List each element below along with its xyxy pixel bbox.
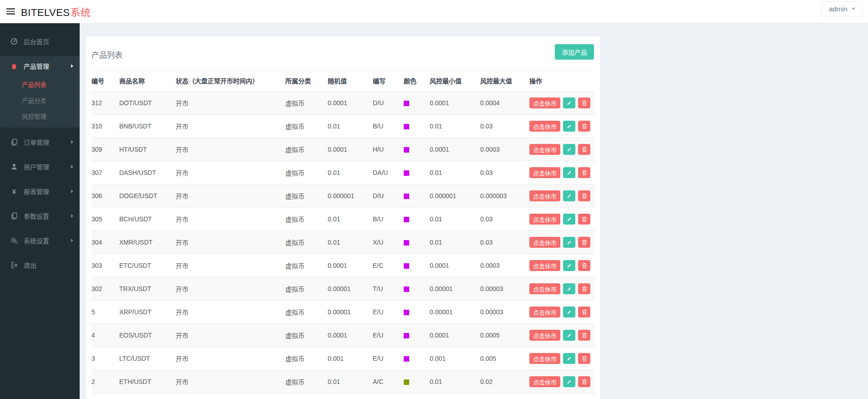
color-swatch: [404, 217, 409, 222]
close-market-button[interactable]: 点击休市: [529, 376, 560, 387]
close-market-button[interactable]: 点击休市: [529, 97, 560, 108]
sidebar-item-report-management[interactable]: ¥ 报表管理: [0, 181, 80, 201]
chevron-right-icon: [71, 140, 73, 144]
cell-product-name: ETC/USDT: [119, 254, 176, 277]
edit-button[interactable]: [563, 330, 575, 341]
cell-random-value: 0.0001: [328, 138, 373, 161]
sidebar-item-label: 退出: [24, 261, 73, 270]
edit-button[interactable]: [563, 283, 575, 294]
sidebar-item-system-settings[interactable]: 系统设置: [0, 230, 80, 251]
gears-icon: [9, 237, 19, 244]
cell-category: 虚拟币: [285, 231, 328, 254]
cell-risk-min: 0.0001: [430, 92, 480, 115]
col-header-status: 状态（大盘正常开市时间内）: [176, 70, 285, 92]
col-header-actions: 操作: [529, 70, 595, 92]
close-market-button[interactable]: 点击休市: [529, 214, 560, 225]
close-market-button[interactable]: 点击休市: [529, 260, 560, 271]
table-row: 305 BCH/USDT 开市 虚拟币 0.01 B/U 0.01 0.03 点…: [91, 208, 595, 231]
delete-button[interactable]: [578, 144, 590, 155]
sidebar-item-logout[interactable]: 退出: [0, 255, 80, 275]
close-market-button[interactable]: 点击休市: [529, 353, 560, 364]
cell-risk-max: 0.03: [480, 231, 529, 254]
close-market-button[interactable]: 点击休市: [529, 237, 560, 248]
cell-actions: 点击休市: [529, 231, 595, 254]
cell-category: 虚拟币: [285, 324, 328, 347]
color-swatch: [404, 194, 409, 199]
sidebar-item-user-management[interactable]: 用户管理: [0, 157, 80, 177]
edit-button[interactable]: [563, 376, 575, 387]
delete-button[interactable]: [578, 97, 590, 108]
cell-status: 开市: [176, 324, 285, 347]
chevron-down-icon: [852, 8, 855, 10]
cell-code: E/U: [373, 347, 404, 370]
sidebar-subitem-label: 产品分类: [22, 96, 46, 105]
cell-random-value: 0.000001: [328, 184, 373, 208]
delete-button[interactable]: [578, 330, 590, 341]
cell-risk-max: 0.00003: [480, 277, 529, 301]
edit-button[interactable]: [563, 214, 575, 225]
cell-product-name: XMR/USDT: [119, 231, 176, 254]
cell-color: [404, 394, 430, 399]
cell-category: 虚拟币: [285, 92, 328, 115]
sidebar-subitem-product-category[interactable]: 产品分类: [0, 92, 80, 108]
cell-risk-min: 0.0001: [430, 138, 480, 161]
close-market-button[interactable]: 点击休市: [529, 330, 560, 341]
user-menu-dropdown[interactable]: admin: [822, 1, 863, 16]
cell-color: [404, 208, 430, 231]
sidebar-toggle-button[interactable]: [0, 0, 21, 23]
sidebar-item-label: 参数设置: [24, 211, 71, 220]
edit-button[interactable]: [563, 97, 575, 108]
close-market-button[interactable]: 点击休市: [529, 121, 560, 132]
delete-button[interactable]: [578, 121, 590, 132]
edit-button[interactable]: [563, 167, 575, 178]
sidebar-item-product-management[interactable]: ฿ 产品管理: [0, 56, 80, 76]
chevron-right-icon: [71, 189, 73, 193]
cell-color: [404, 301, 430, 324]
sidebar-subitem-risk-management[interactable]: 风控管理: [0, 108, 80, 124]
delete-button[interactable]: [578, 307, 590, 317]
close-market-button[interactable]: 点击休市: [529, 307, 560, 317]
close-market-button[interactable]: 点击休市: [529, 190, 560, 201]
close-market-button[interactable]: 点击休市: [529, 144, 560, 155]
cell-risk-min: 0.0001: [430, 254, 480, 277]
cell-status: 开市: [176, 301, 285, 324]
edit-button[interactable]: [563, 307, 575, 317]
close-market-button[interactable]: 点击休市: [529, 283, 560, 294]
cell-code: E/U: [373, 301, 404, 324]
edit-button[interactable]: [563, 260, 575, 271]
edit-button[interactable]: [563, 353, 575, 364]
table-row: 302 TRX/USDT 开市 虚拟币 0.00001 T/U 0.00001 …: [91, 277, 595, 301]
edit-button[interactable]: [563, 121, 575, 132]
cell-random-value: 0.001: [328, 347, 373, 370]
delete-button[interactable]: [578, 260, 590, 271]
sidebar-subitem-product-list[interactable]: 产品列表: [0, 76, 80, 92]
close-market-button[interactable]: 点击休市: [529, 167, 560, 178]
sidebar-item-parameter-settings[interactable]: 参数设置: [0, 206, 80, 226]
delete-button[interactable]: [578, 214, 590, 225]
edit-button[interactable]: [563, 190, 575, 201]
delete-button[interactable]: [578, 237, 590, 248]
cell-color: [404, 161, 430, 184]
sidebar-item-dashboard[interactable]: 后台首页: [0, 31, 80, 51]
cell-category: 虚拟币: [285, 370, 328, 394]
cell-product-name: BNB/USDT: [119, 115, 176, 138]
sidebar: 后台首页 ฿ 产品管理 产品列表 产品分类 风控管理 订单管理: [0, 23, 80, 399]
edit-button[interactable]: [563, 144, 575, 155]
documents-icon: [9, 212, 19, 220]
delete-button[interactable]: [578, 376, 590, 387]
delete-button[interactable]: [578, 167, 590, 178]
sidebar-item-order-management[interactable]: 订单管理: [0, 132, 80, 152]
delete-button[interactable]: [578, 283, 590, 294]
cell-risk-max: 0.0005: [480, 324, 529, 347]
sidebar-item-label: 系统设置: [24, 236, 71, 245]
pencil-icon: [566, 356, 572, 362]
cell-status: 开市: [176, 208, 285, 231]
add-product-button[interactable]: 添加产品: [555, 44, 594, 60]
cell-status: 开市: [176, 277, 285, 301]
cell-actions: 点击休市: [529, 161, 595, 184]
cell-product-name: ETH/USDT: [119, 370, 176, 394]
edit-button[interactable]: [563, 237, 575, 248]
trash-icon: [582, 355, 587, 362]
delete-button[interactable]: [578, 353, 590, 364]
delete-button[interactable]: [578, 190, 590, 201]
